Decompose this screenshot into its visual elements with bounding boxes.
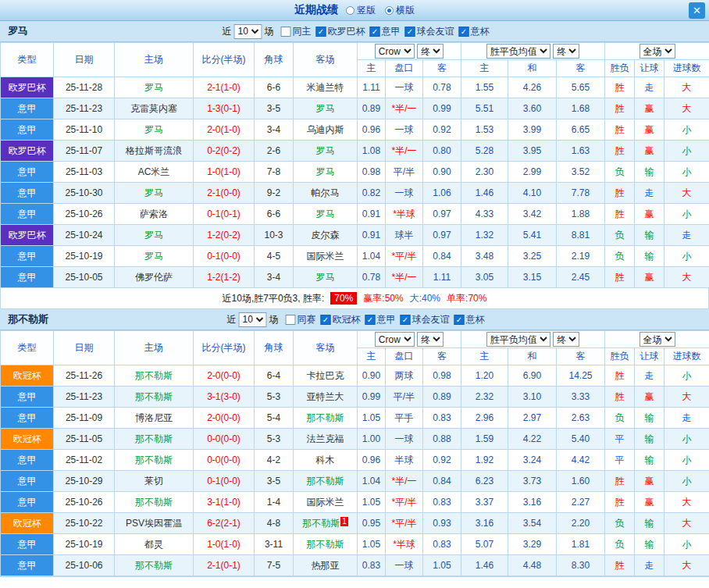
odds-away-cell: 0.93 <box>423 513 461 534</box>
bookmaker-select[interactable]: Crow <box>375 44 415 59</box>
avg-home-cell: 1.46 <box>461 183 508 204</box>
goals-result-cell: 小 <box>664 534 709 555</box>
checkbox-icon[interactable]: ✓ <box>454 315 465 325</box>
filter-checkbox-球会友谊[interactable]: ✓球会友谊 <box>401 313 450 326</box>
result-cell: 负 <box>605 225 635 246</box>
period-select[interactable]: 全场 <box>640 332 675 347</box>
away-team-name: 那不勒斯 <box>302 518 340 529</box>
away-team-cell: 亚特兰大 <box>294 387 358 408</box>
checkbox-label: 意甲 <box>377 313 396 326</box>
date-cell: 25-11-23 <box>54 387 115 408</box>
odds-home-cell: 0.89 <box>358 98 386 119</box>
bookmaker-select[interactable]: Crow <box>375 332 415 347</box>
checkbox-label: 意甲 <box>382 25 401 38</box>
match-row: 意甲25-11-02那不勒斯0-0(0-0)4-2科木0.96半球0.921.9… <box>1 450 709 471</box>
avg-away-cell: 8.81 <box>557 225 605 246</box>
filter-checkbox-意杯[interactable]: ✓意杯 <box>454 313 485 326</box>
home-team-name: 那不勒斯 <box>135 391 173 402</box>
home-team-cell: 罗马 <box>115 225 194 246</box>
league-cell: 意甲 <box>1 204 54 225</box>
away-team-name: 国际米兰 <box>307 251 344 262</box>
layout-radio-横版[interactable]: 横版 <box>385 4 415 17</box>
corners-cell: 5-4 <box>255 408 294 429</box>
goals-result-cell: 小 <box>664 119 709 141</box>
close-button[interactable]: ✕ <box>689 2 705 19</box>
handicap-cell: *平/半 <box>386 513 423 534</box>
corners-cell: 7-5 <box>255 555 294 576</box>
odds-stage-select[interactable]: 终 <box>417 332 444 347</box>
period-select[interactable]: 全场 <box>640 44 675 59</box>
avg-type-select[interactable]: 胜平负均值 <box>486 44 550 59</box>
layout-radio-竖版[interactable]: 竖版 <box>346 4 376 17</box>
avg-stage-select[interactable]: 终 <box>553 44 579 59</box>
odds-home-cell: 1.11 <box>358 77 386 98</box>
asian-handicap-result-cell: 走 <box>635 183 664 204</box>
radio-icon[interactable] <box>346 6 354 15</box>
away-team-cell: 罗马 <box>294 267 358 288</box>
result-cell: 胜 <box>605 492 635 513</box>
sub-column-header: 客 <box>557 60 605 77</box>
avg-group-header: 胜平负均值 终 <box>461 331 605 348</box>
result-cell: 平 <box>605 429 635 450</box>
checkbox-icon[interactable] <box>286 315 296 325</box>
match-row: 意甲25-10-05佛罗伦萨1-2(1-2)3-4罗马0.78*半/一1.113… <box>1 267 709 288</box>
goals-result-cell: 小 <box>664 365 709 387</box>
away-team-name: 米迪兰特 <box>307 82 344 93</box>
league-cell: 意甲 <box>1 183 54 204</box>
column-header: 比分(半场) <box>194 331 255 365</box>
result-cell: 胜 <box>605 77 635 98</box>
avg-stage-select[interactable]: 终 <box>553 332 579 347</box>
result-cell: 胜 <box>605 98 635 119</box>
odds-home-cell: 0.98 <box>358 162 386 183</box>
checkbox-icon[interactable]: ✓ <box>405 27 415 37</box>
home-team-cell: 格拉斯哥流浪 <box>115 141 194 162</box>
away-team-name: 罗马 <box>316 208 335 219</box>
date-cell: 25-10-30 <box>54 183 115 204</box>
date-cell: 25-10-24 <box>54 225 115 246</box>
sub-column-header: 进球数 <box>664 60 709 77</box>
checkbox-label: 欧冠杯 <box>333 313 361 326</box>
home-team-cell: 罗马 <box>115 183 194 204</box>
odds-stage-select[interactable]: 终 <box>417 44 444 59</box>
away-team-name: 罗马 <box>316 272 335 283</box>
filter-checkbox-意甲[interactable]: ✓意甲 <box>370 25 401 38</box>
away-team-name: 法兰克福 <box>307 433 344 444</box>
home-team-name: 那不勒斯 <box>135 454 173 465</box>
filter-checkbox-意甲[interactable]: ✓意甲 <box>365 313 396 326</box>
score-cell: 0-0(0-0) <box>194 429 255 450</box>
checkbox-icon[interactable]: ✓ <box>316 27 326 37</box>
sub-column-header: 盘口 <box>386 60 423 77</box>
filter-checkbox-球会友谊[interactable]: ✓球会友谊 <box>405 25 454 38</box>
odds-home-cell: 0.91 <box>358 225 386 246</box>
filter-checkbox-同主[interactable]: 同主 <box>281 25 312 38</box>
checkbox-icon[interactable]: ✓ <box>365 315 376 325</box>
score-cell: 1-2(0-2) <box>194 225 255 246</box>
match-count-select[interactable]: 10 <box>234 24 262 39</box>
filter-checkbox-同赛[interactable]: 同赛 <box>286 313 316 326</box>
filter-checkbox-欧冠杯[interactable]: ✓欧冠杯 <box>321 313 361 326</box>
league-cell: 意甲 <box>1 162 54 183</box>
checkbox-icon[interactable]: ✓ <box>370 27 380 37</box>
corners-cell: 2-6 <box>255 141 294 162</box>
checkbox-icon[interactable] <box>281 27 291 37</box>
date-cell: 25-11-05 <box>54 429 115 450</box>
home-team-name: 博洛尼亚 <box>135 412 173 423</box>
match-count-select[interactable]: 10 <box>239 312 267 327</box>
away-team-name: 那不勒斯 <box>307 476 344 486</box>
odds-home-cell: 0.99 <box>358 387 386 408</box>
sub-column-header: 让球 <box>635 60 664 77</box>
avg-away-cell: 3.33 <box>557 387 605 408</box>
away-team-cell: 米迪兰特 <box>294 77 358 98</box>
away-team-cell: 罗马 <box>294 162 358 183</box>
radio-icon[interactable] <box>385 6 394 15</box>
checkbox-icon[interactable]: ✓ <box>459 27 469 37</box>
avg-away-cell: 2.63 <box>557 408 605 429</box>
odds-away-cell: 0.83 <box>423 408 461 429</box>
match-row: 意甲25-11-03AC米兰1-0(1-0)7-8罗马0.98平/半0.902.… <box>1 162 709 183</box>
filter-checkbox-欧罗巴杯[interactable]: ✓欧罗巴杯 <box>316 25 365 38</box>
checkbox-icon[interactable]: ✓ <box>401 315 411 325</box>
checkbox-icon[interactable]: ✓ <box>321 315 331 325</box>
filter-checkbox-意杯[interactable]: ✓意杯 <box>459 25 490 38</box>
odds-away-cell: 0.90 <box>423 162 461 183</box>
avg-type-select[interactable]: 胜平负均值 <box>486 332 550 347</box>
